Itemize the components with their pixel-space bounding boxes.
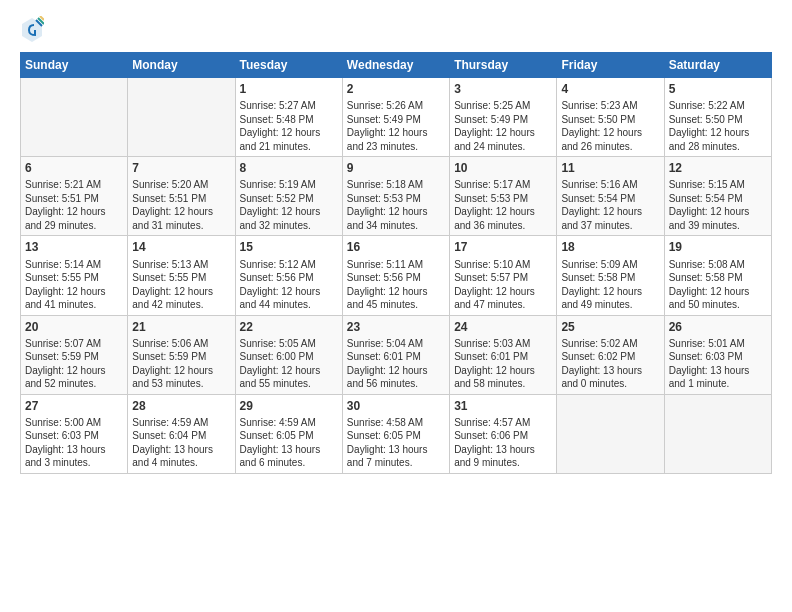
sunrise-text: Sunrise: 5:04 AM	[347, 338, 423, 349]
calendar-cell	[128, 78, 235, 157]
day-number: 1	[240, 81, 338, 97]
daylight-label: Daylight: 12 hours and 29 minutes.	[25, 206, 106, 231]
sunset-text: Sunset: 6:06 PM	[454, 430, 528, 441]
sunrise-text: Sunrise: 5:22 AM	[669, 100, 745, 111]
sunset-text: Sunset: 5:52 PM	[240, 193, 314, 204]
sunrise-text: Sunrise: 5:14 AM	[25, 259, 101, 270]
daylight-label: Daylight: 13 hours and 9 minutes.	[454, 444, 535, 469]
calendar-cell: 14Sunrise: 5:13 AMSunset: 5:55 PMDayligh…	[128, 236, 235, 315]
calendar-week-2: 6Sunrise: 5:21 AMSunset: 5:51 PMDaylight…	[21, 157, 772, 236]
daylight-label: Daylight: 12 hours and 28 minutes.	[669, 127, 750, 152]
daylight-label: Daylight: 12 hours and 52 minutes.	[25, 365, 106, 390]
day-header-tuesday: Tuesday	[235, 53, 342, 78]
sunset-text: Sunset: 5:51 PM	[132, 193, 206, 204]
calendar-week-3: 13Sunrise: 5:14 AMSunset: 5:55 PMDayligh…	[21, 236, 772, 315]
sunset-text: Sunset: 5:58 PM	[561, 272, 635, 283]
sunset-text: Sunset: 6:00 PM	[240, 351, 314, 362]
calendar-cell: 28Sunrise: 4:59 AMSunset: 6:04 PMDayligh…	[128, 394, 235, 473]
day-number: 2	[347, 81, 445, 97]
daylight-label: Daylight: 12 hours and 26 minutes.	[561, 127, 642, 152]
day-number: 30	[347, 398, 445, 414]
sunrise-text: Sunrise: 5:03 AM	[454, 338, 530, 349]
sunset-text: Sunset: 5:51 PM	[25, 193, 99, 204]
sunrise-text: Sunrise: 5:16 AM	[561, 179, 637, 190]
daylight-label: Daylight: 13 hours and 4 minutes.	[132, 444, 213, 469]
daylight-label: Daylight: 12 hours and 56 minutes.	[347, 365, 428, 390]
header	[20, 16, 772, 44]
day-number: 5	[669, 81, 767, 97]
day-number: 20	[25, 319, 123, 335]
day-header-monday: Monday	[128, 53, 235, 78]
day-number: 26	[669, 319, 767, 335]
sunset-text: Sunset: 6:03 PM	[25, 430, 99, 441]
sunrise-text: Sunrise: 5:01 AM	[669, 338, 745, 349]
day-header-sunday: Sunday	[21, 53, 128, 78]
day-number: 27	[25, 398, 123, 414]
sunset-text: Sunset: 5:54 PM	[669, 193, 743, 204]
sunset-text: Sunset: 5:55 PM	[132, 272, 206, 283]
sunrise-text: Sunrise: 5:25 AM	[454, 100, 530, 111]
sunrise-text: Sunrise: 5:13 AM	[132, 259, 208, 270]
calendar-cell: 17Sunrise: 5:10 AMSunset: 5:57 PMDayligh…	[450, 236, 557, 315]
daylight-label: Daylight: 12 hours and 44 minutes.	[240, 286, 321, 311]
day-number: 29	[240, 398, 338, 414]
day-header-wednesday: Wednesday	[342, 53, 449, 78]
logo	[20, 16, 48, 44]
sunset-text: Sunset: 5:50 PM	[561, 114, 635, 125]
daylight-label: Daylight: 12 hours and 31 minutes.	[132, 206, 213, 231]
calendar-cell: 22Sunrise: 5:05 AMSunset: 6:00 PMDayligh…	[235, 315, 342, 394]
calendar-cell: 8Sunrise: 5:19 AMSunset: 5:52 PMDaylight…	[235, 157, 342, 236]
daylight-label: Daylight: 13 hours and 1 minute.	[669, 365, 750, 390]
calendar-cell: 13Sunrise: 5:14 AMSunset: 5:55 PMDayligh…	[21, 236, 128, 315]
sunrise-text: Sunrise: 5:11 AM	[347, 259, 423, 270]
sunrise-text: Sunrise: 4:59 AM	[132, 417, 208, 428]
calendar-cell: 5Sunrise: 5:22 AMSunset: 5:50 PMDaylight…	[664, 78, 771, 157]
calendar-cell	[557, 394, 664, 473]
day-number: 10	[454, 160, 552, 176]
calendar-cell: 1Sunrise: 5:27 AMSunset: 5:48 PMDaylight…	[235, 78, 342, 157]
sunset-text: Sunset: 6:01 PM	[347, 351, 421, 362]
calendar-week-5: 27Sunrise: 5:00 AMSunset: 6:03 PMDayligh…	[21, 394, 772, 473]
day-number: 15	[240, 239, 338, 255]
sunset-text: Sunset: 5:48 PM	[240, 114, 314, 125]
sunset-text: Sunset: 5:57 PM	[454, 272, 528, 283]
sunrise-text: Sunrise: 5:06 AM	[132, 338, 208, 349]
sunset-text: Sunset: 5:53 PM	[347, 193, 421, 204]
daylight-label: Daylight: 12 hours and 47 minutes.	[454, 286, 535, 311]
logo-icon	[20, 16, 44, 44]
day-number: 19	[669, 239, 767, 255]
sunrise-text: Sunrise: 5:19 AM	[240, 179, 316, 190]
sunrise-text: Sunrise: 5:05 AM	[240, 338, 316, 349]
sunset-text: Sunset: 6:04 PM	[132, 430, 206, 441]
sunrise-text: Sunrise: 5:26 AM	[347, 100, 423, 111]
calendar-cell: 10Sunrise: 5:17 AMSunset: 5:53 PMDayligh…	[450, 157, 557, 236]
sunrise-text: Sunrise: 5:00 AM	[25, 417, 101, 428]
sunrise-text: Sunrise: 5:12 AM	[240, 259, 316, 270]
calendar-cell: 18Sunrise: 5:09 AMSunset: 5:58 PMDayligh…	[557, 236, 664, 315]
sunset-text: Sunset: 5:53 PM	[454, 193, 528, 204]
daylight-label: Daylight: 12 hours and 39 minutes.	[669, 206, 750, 231]
day-header-saturday: Saturday	[664, 53, 771, 78]
daylight-label: Daylight: 12 hours and 36 minutes.	[454, 206, 535, 231]
calendar-cell: 24Sunrise: 5:03 AMSunset: 6:01 PMDayligh…	[450, 315, 557, 394]
sunset-text: Sunset: 6:01 PM	[454, 351, 528, 362]
daylight-label: Daylight: 12 hours and 21 minutes.	[240, 127, 321, 152]
sunset-text: Sunset: 5:55 PM	[25, 272, 99, 283]
calendar-cell: 3Sunrise: 5:25 AMSunset: 5:49 PMDaylight…	[450, 78, 557, 157]
day-number: 31	[454, 398, 552, 414]
day-number: 17	[454, 239, 552, 255]
daylight-label: Daylight: 12 hours and 55 minutes.	[240, 365, 321, 390]
day-number: 24	[454, 319, 552, 335]
day-number: 28	[132, 398, 230, 414]
calendar-cell: 27Sunrise: 5:00 AMSunset: 6:03 PMDayligh…	[21, 394, 128, 473]
calendar-cell: 11Sunrise: 5:16 AMSunset: 5:54 PMDayligh…	[557, 157, 664, 236]
day-number: 14	[132, 239, 230, 255]
sunrise-text: Sunrise: 5:09 AM	[561, 259, 637, 270]
calendar-cell: 4Sunrise: 5:23 AMSunset: 5:50 PMDaylight…	[557, 78, 664, 157]
calendar-cell: 16Sunrise: 5:11 AMSunset: 5:56 PMDayligh…	[342, 236, 449, 315]
sunset-text: Sunset: 5:56 PM	[347, 272, 421, 283]
daylight-label: Daylight: 13 hours and 6 minutes.	[240, 444, 321, 469]
day-number: 3	[454, 81, 552, 97]
sunrise-text: Sunrise: 5:23 AM	[561, 100, 637, 111]
calendar-cell: 23Sunrise: 5:04 AMSunset: 6:01 PMDayligh…	[342, 315, 449, 394]
